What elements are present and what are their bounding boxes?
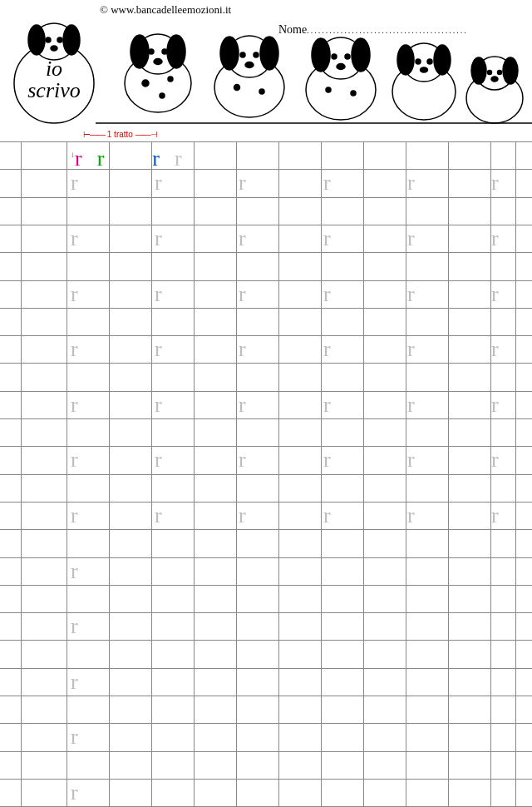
svg-point-28 [312, 38, 330, 72]
trace-letter: r [323, 449, 331, 471]
trace-letter: r [407, 284, 415, 305]
trace-letter: r [155, 284, 162, 305]
grid-vline [21, 141, 22, 807]
trace-letter: r [239, 505, 246, 527]
svg-point-37 [397, 45, 414, 75]
trace-letter: r [71, 228, 78, 250]
trace-letter: r [323, 339, 331, 360]
svg-point-11 [149, 49, 154, 54]
grid-vline [448, 141, 449, 807]
svg-point-40 [427, 59, 432, 64]
trace-letter: r [155, 228, 162, 250]
svg-point-2 [28, 25, 45, 55]
svg-point-25 [259, 89, 264, 94]
svg-point-31 [345, 54, 350, 59]
trace-letter: r [155, 339, 162, 360]
grid-vline [515, 141, 516, 807]
trace-letter: r [407, 339, 415, 360]
grid-vline [406, 141, 406, 807]
grid-hline [0, 585, 532, 586]
guide-letter-3: r [152, 146, 160, 171]
svg-point-30 [332, 54, 337, 59]
guide-letter-2: r [97, 146, 105, 171]
trace-letter: r [71, 505, 78, 527]
trace-letter: r [491, 505, 499, 527]
grid-hline [0, 225, 532, 225]
grid-vline [151, 141, 152, 807]
svg-point-9 [131, 35, 149, 68]
trace-letter: r [71, 561, 78, 582]
svg-point-3 [63, 25, 80, 55]
svg-point-14 [142, 80, 149, 87]
trace-letter: r [491, 228, 499, 250]
trace-letter: r [71, 782, 78, 804]
svg-point-23 [245, 62, 254, 68]
trace-letter: r [323, 505, 331, 527]
svg-point-13 [154, 59, 162, 65]
trace-letter: r [239, 449, 246, 471]
guide-letter-4: r [175, 146, 182, 171]
down-arrow-icon: ↓ [71, 150, 75, 159]
grid-hline [0, 308, 532, 309]
grid-hline [0, 723, 532, 724]
grid-vline [321, 141, 322, 807]
svg-point-12 [162, 49, 167, 54]
grid-hline [0, 640, 532, 641]
trace-letter: r [71, 726, 78, 748]
trace-letter: r [155, 394, 162, 416]
svg-point-16 [160, 93, 165, 98]
grid-hline [0, 391, 532, 392]
trace-letter: r [71, 284, 78, 305]
grid-vline [278, 141, 279, 807]
trace-letter: r [155, 172, 162, 194]
svg-point-32 [337, 64, 345, 70]
svg-point-20 [260, 37, 278, 70]
svg-point-19 [220, 37, 239, 70]
trace-letter: r [239, 394, 246, 416]
trace-letter: r [491, 339, 499, 360]
grid-hline [0, 557, 532, 558]
grid-hline [0, 529, 532, 530]
grid-hline [0, 779, 532, 780]
grid-hline [0, 418, 532, 419]
trace-letter: r [407, 394, 415, 416]
svg-point-22 [254, 52, 259, 57]
grid-hline [0, 696, 532, 696]
grid-hline [0, 446, 532, 447]
svg-point-34 [351, 91, 356, 96]
svg-point-47 [498, 71, 502, 75]
grid-hline [0, 474, 532, 475]
grid-vline [109, 141, 110, 807]
svg-point-33 [326, 87, 331, 92]
trace-letter: r [407, 449, 415, 471]
trace-letter: r [71, 671, 78, 693]
trace-letter: r [407, 228, 415, 250]
grid-hline [0, 141, 532, 142]
trace-letter: r [239, 172, 246, 194]
guide-letter-1: r [75, 146, 82, 171]
grid-hline [0, 612, 532, 613]
svg-point-29 [352, 38, 370, 72]
trace-letter: r [323, 228, 331, 250]
stroke-guide-row: ↓r r r r [71, 146, 194, 171]
svg-point-6 [51, 46, 57, 51]
trace-letter: r [155, 449, 162, 471]
svg-point-21 [240, 52, 245, 57]
svg-point-48 [491, 77, 498, 82]
trace-letter: r [71, 172, 78, 194]
grid-vline [66, 141, 67, 807]
grid-hline [0, 197, 532, 198]
trace-letter: r [239, 339, 246, 360]
trace-letter: r [491, 449, 499, 471]
trace-letter: r [491, 172, 499, 194]
trace-letter: r [407, 172, 415, 194]
svg-point-46 [488, 71, 492, 75]
grid-hline [0, 363, 532, 364]
svg-point-38 [434, 45, 451, 75]
grid-hline [0, 252, 532, 253]
grid-vline [236, 141, 237, 807]
trace-letter: r [71, 449, 78, 471]
trace-letter: r [491, 284, 499, 305]
svg-point-10 [167, 35, 185, 68]
grid-hline [0, 335, 532, 336]
